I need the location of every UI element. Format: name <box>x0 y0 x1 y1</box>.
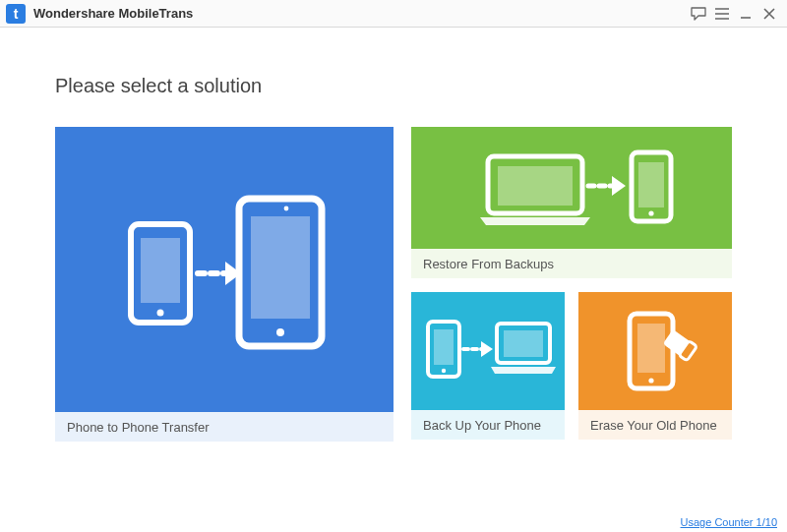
svg-rect-16 <box>504 330 543 357</box>
menu-icon[interactable] <box>710 4 734 24</box>
restore-from-backups-icon <box>411 127 732 249</box>
tile-erase-your-old-phone[interactable]: Erase Your Old Phone <box>578 292 732 440</box>
svg-rect-10 <box>638 162 664 207</box>
svg-point-2 <box>157 310 164 317</box>
titlebar: t Wondershare MobileTrans <box>0 0 787 28</box>
feedback-icon[interactable] <box>687 4 710 24</box>
svg-rect-13 <box>434 329 454 365</box>
page-heading: Please select a solution <box>55 75 732 97</box>
app-title: Wondershare MobileTrans <box>33 6 193 21</box>
tile-label: Restore From Backups <box>411 249 732 278</box>
usage-counter-link[interactable]: Usage Counter 1/10 <box>681 516 777 528</box>
tile-restore-from-backups[interactable]: Restore From Backups <box>411 127 732 278</box>
tile-label: Back Up Your Phone <box>411 410 565 440</box>
tile-phone-to-phone-transfer[interactable]: Phone to Phone Transfer <box>55 127 394 442</box>
svg-point-19 <box>648 378 653 383</box>
main-content: Please select a solution <box>0 28 787 442</box>
tile-label: Erase Your Old Phone <box>578 410 732 440</box>
svg-point-6 <box>284 207 289 211</box>
tile-label: Phone to Phone Transfer <box>55 412 394 442</box>
tile-back-up-your-phone[interactable]: Back Up Your Phone <box>411 292 565 440</box>
svg-rect-8 <box>498 166 573 206</box>
erase-your-old-phone-icon <box>578 292 732 410</box>
svg-rect-18 <box>637 324 665 373</box>
close-button[interactable] <box>757 4 781 24</box>
solution-grid: Phone to Phone Transfer <box>55 127 732 442</box>
svg-point-14 <box>442 369 446 373</box>
svg-point-11 <box>648 210 653 215</box>
phone-to-phone-transfer-icon <box>55 127 394 412</box>
app-logo: t <box>6 4 26 24</box>
svg-rect-4 <box>251 216 310 319</box>
back-up-your-phone-icon <box>411 292 565 410</box>
svg-point-5 <box>276 328 284 336</box>
minimize-button[interactable] <box>734 4 757 24</box>
svg-rect-1 <box>141 238 180 303</box>
footer: Usage Counter 1/10 <box>681 516 777 528</box>
